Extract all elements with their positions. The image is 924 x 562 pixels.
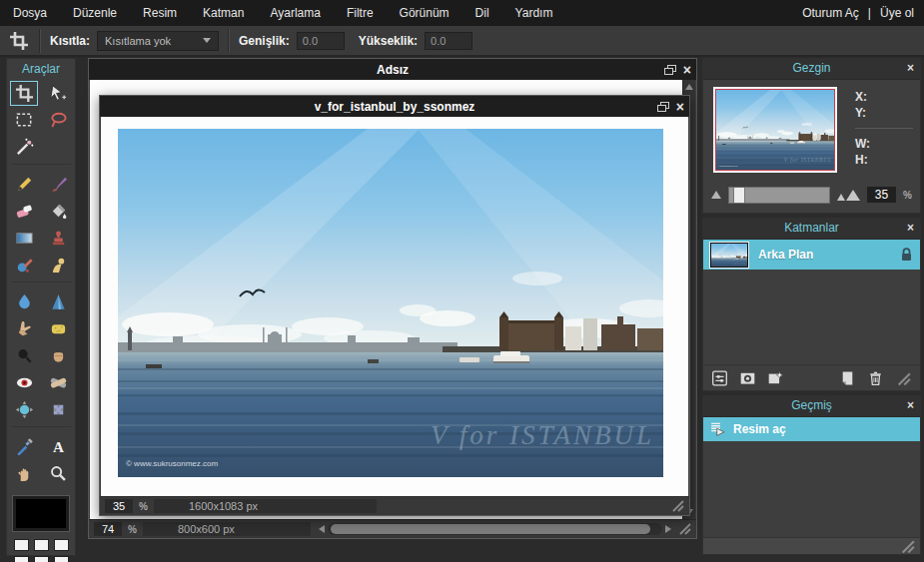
zoom-in-icon[interactable] [837, 190, 860, 201]
menu-filter[interactable]: Filtre [334, 6, 387, 20]
color-swatch[interactable] [34, 539, 49, 551]
restore-window-icon[interactable] [657, 102, 669, 112]
width-field[interactable]: 0.0 [297, 32, 345, 50]
resize-grip-icon[interactable] [899, 538, 916, 554]
horizontal-scrollbar[interactable] [317, 523, 673, 535]
navigator-view-rect[interactable] [715, 89, 835, 171]
clone-stamp-tool[interactable] [41, 225, 75, 252]
marquee-icon [14, 111, 35, 130]
layer-settings-icon[interactable] [711, 370, 728, 386]
blur-tool[interactable] [7, 288, 41, 315]
spot-heal-tool[interactable] [41, 369, 75, 396]
move-tool[interactable] [41, 80, 75, 107]
layer-styles-icon[interactable] [767, 370, 784, 386]
zoom-slider-handle[interactable] [733, 188, 745, 203]
dodge-tool[interactable] [7, 342, 41, 369]
percent-label: % [139, 501, 148, 512]
close-window-icon[interactable]: × [676, 100, 684, 114]
navigator-coords: X: Y: W: H: [855, 89, 913, 168]
menu-language[interactable]: Dil [462, 6, 502, 20]
istanbul-photo[interactable] [118, 129, 663, 477]
color-swatch[interactable] [34, 556, 49, 562]
gradient-tool[interactable] [7, 225, 41, 252]
color-swatch[interactable] [54, 556, 69, 562]
layer-mask-icon[interactable] [739, 370, 756, 386]
primary-color-swatch[interactable] [13, 496, 69, 531]
close-panel-icon[interactable]: × [907, 61, 914, 75]
constrain-select[interactable]: Kısıtlama yok [97, 31, 219, 51]
layer-row-background[interactable]: Arka Plan [703, 240, 920, 270]
scrollbar-thumb[interactable] [331, 524, 650, 534]
close-panel-icon[interactable]: × [907, 398, 914, 412]
bloat-tool[interactable] [7, 396, 41, 423]
zoom-tool[interactable] [41, 460, 75, 487]
window-title: Adsız [377, 63, 409, 77]
scroll-left-arrow[interactable] [319, 525, 325, 533]
lock-icon[interactable] [900, 248, 913, 262]
height-field[interactable]: 0.0 [425, 32, 472, 50]
navigator-thumbnail[interactable] [713, 87, 837, 173]
scrollbar-track[interactable] [328, 523, 662, 535]
color-swatch[interactable] [14, 539, 29, 551]
eraser-tool[interactable] [7, 198, 41, 225]
menu-image[interactable]: Resim [130, 6, 190, 20]
color-swatch[interactable] [54, 539, 69, 551]
color-replace-tool[interactable] [7, 252, 41, 279]
close-panel-icon[interactable]: × [907, 221, 914, 235]
brush-tool[interactable] [41, 171, 75, 198]
restore-window-icon[interactable] [664, 65, 676, 75]
close-window-icon[interactable]: × [683, 63, 691, 77]
delete-layer-icon[interactable] [867, 370, 884, 386]
options-separator [39, 29, 41, 53]
options-separator [228, 29, 230, 53]
layer-thumbnail[interactable] [710, 243, 748, 268]
color-swatch[interactable] [14, 556, 29, 562]
zoom-level-field[interactable]: 35 [105, 499, 133, 513]
resize-grip-icon[interactable] [679, 523, 691, 535]
menu-view[interactable]: Görünüm [387, 6, 462, 20]
window-titlebar[interactable]: v_for_istanbul_by_ssonmez × [100, 96, 689, 117]
zoom-slider[interactable] [728, 187, 830, 204]
pinch-tool[interactable] [41, 396, 75, 423]
color-picker-tool[interactable] [7, 433, 41, 460]
image-size-label: 800x600 px [143, 522, 311, 536]
menu-help[interactable]: Yardım [502, 6, 566, 20]
window-titlebar[interactable]: Adsız × [89, 59, 696, 80]
resize-grip-icon[interactable] [895, 370, 912, 386]
sharpen-tool[interactable] [41, 288, 75, 315]
smudge-finger-icon [14, 319, 35, 338]
pencil-tool[interactable] [7, 171, 41, 198]
crop-icon [14, 84, 35, 103]
drawing-tool[interactable] [41, 252, 75, 279]
menu-file[interactable]: Dosya [10, 6, 60, 20]
sponge-tool[interactable] [41, 315, 75, 342]
zoom-out-icon[interactable] [711, 191, 721, 199]
marquee-tool[interactable] [7, 107, 41, 134]
canvas-area-istanbul[interactable] [101, 117, 688, 496]
resize-grip-icon[interactable] [672, 500, 684, 512]
login-link[interactable]: Oturum Aç [802, 6, 859, 20]
navigator-divider [855, 128, 913, 129]
burn-tool[interactable] [41, 342, 75, 369]
fill-tool[interactable] [41, 198, 75, 225]
menu-layer[interactable]: Katman [190, 6, 257, 20]
menu-adjustment[interactable]: Ayarlama [257, 6, 333, 20]
signup-link[interactable]: Üye ol [880, 6, 914, 20]
hand-tool[interactable] [7, 460, 41, 487]
bloat-icon [14, 400, 35, 419]
history-item-open-image[interactable]: Resim aç [703, 417, 920, 441]
wand-tool[interactable] [7, 134, 41, 161]
lasso-tool[interactable] [41, 107, 75, 134]
crop-tool[interactable] [7, 80, 41, 107]
height-label: Yükseklik: [359, 34, 418, 48]
history-panel-footer [703, 537, 920, 554]
smudge-tool[interactable] [7, 315, 41, 342]
new-layer-icon[interactable] [839, 370, 856, 386]
scroll-right-arrow[interactable] [665, 525, 671, 533]
zoom-level-field[interactable]: 74 [94, 522, 122, 536]
red-eye-tool[interactable] [7, 369, 41, 396]
zoom-percent-field[interactable]: 35 [867, 187, 896, 203]
type-tool[interactable]: A [41, 433, 75, 460]
menu-edit[interactable]: Düzenle [60, 6, 130, 20]
scroll-up-arrow[interactable] [685, 84, 693, 90]
